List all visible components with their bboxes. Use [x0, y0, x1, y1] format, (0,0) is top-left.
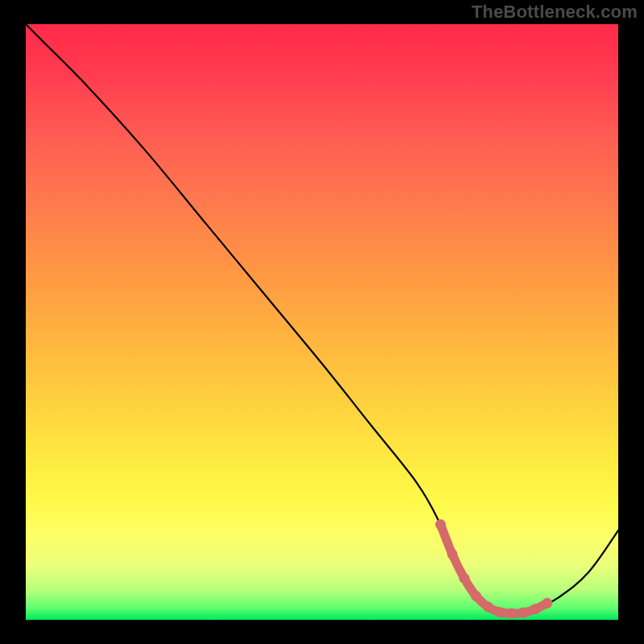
curve-layer [26, 24, 618, 620]
watermark-text: TheBottleneck.com [472, 2, 638, 23]
highlight-dot [483, 601, 493, 612]
highlight-dot [518, 608, 529, 618]
highlight-dot [447, 549, 457, 559]
highlight-dot [530, 604, 540, 614]
highlight-dot [471, 591, 481, 601]
bottleneck-curve-path [26, 24, 618, 613]
plot-area [26, 24, 618, 620]
highlight-dot [506, 608, 517, 618]
highlight-dot [459, 573, 469, 584]
highlight-range-path [440, 525, 547, 613]
chart-frame: TheBottleneck.com [0, 0, 644, 644]
highlight-dot [542, 598, 552, 609]
highlight-dot [436, 519, 446, 530]
highlight-dot [494, 607, 505, 617]
highlight-dots [436, 519, 552, 618]
